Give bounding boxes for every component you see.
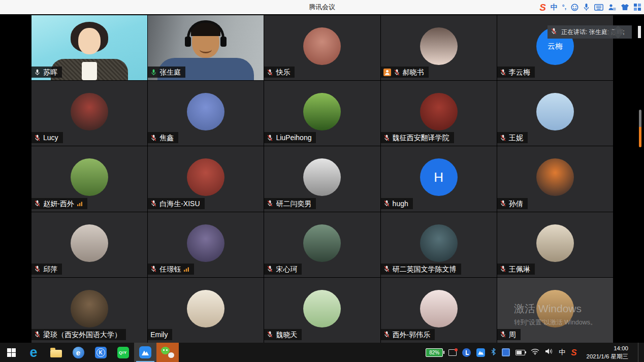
battery-percent-indicator[interactable]: 82%: [426, 348, 443, 357]
taskbar-wechat-button[interactable]: [156, 343, 179, 362]
host-badge-icon: [383, 69, 391, 76]
taskbar-browser-button[interactable]: e: [67, 343, 89, 362]
taskbar-file-explorer-button[interactable]: [45, 343, 67, 362]
voice-input-icon[interactable]: [583, 3, 590, 11]
participant-name-label: 研二闫奕男: [264, 198, 316, 209]
participant-tile[interactable]: 邱萍: [31, 212, 147, 277]
graphics-tray-icon[interactable]: [502, 348, 510, 356]
avatar: [536, 93, 574, 130]
bluetooth-icon[interactable]: [491, 348, 496, 357]
show-desktop-button[interactable]: [638, 343, 641, 362]
avatar: [71, 159, 108, 196]
muted-mic-icon: [500, 265, 506, 273]
participant-tile[interactable]: Lucy: [31, 81, 147, 146]
muted-mic-icon: [383, 200, 390, 207]
tencent-meeting-icon: [139, 346, 151, 358]
avatar-text: H: [434, 170, 443, 185]
participant-tile[interactable]: 郝晓书: [381, 15, 497, 80]
avatar: [536, 224, 574, 262]
battery-icon[interactable]: [516, 350, 525, 355]
participant-grid: 苏晖 张生庭 快乐 郝晓书云梅 李云梅 Lucy 焦鑫 LiuPeihong 魏…: [31, 15, 613, 343]
watermark-line1: 激活 Windows: [514, 302, 597, 316]
participant-name-label: 宋心珂: [264, 264, 302, 275]
mic-icon: [34, 69, 41, 76]
participant-tile[interactable]: 西外-郭伟乐: [381, 278, 497, 343]
toolbox-grid-icon[interactable]: [634, 4, 641, 11]
participant-tile[interactable]: LiuPeihong: [264, 81, 380, 146]
scrollbar-thumb[interactable]: [639, 110, 641, 127]
avatar: [187, 290, 224, 327]
taskbar-tencent-meeting-button[interactable]: [134, 343, 156, 362]
participant-name: Emily: [150, 331, 168, 339]
window-titlebar[interactable]: 腾讯会议 S 中 °,: [0, 0, 644, 15]
skin-center-icon[interactable]: [621, 4, 629, 11]
blue-clock-tray-icon[interactable]: [462, 348, 471, 357]
participant-tile[interactable]: 魏征西安翻译学院: [381, 81, 497, 146]
participant-name: Lucy: [43, 134, 58, 142]
participant-name-label: 研二英国文学陈文博: [381, 264, 461, 275]
participant-tile[interactable]: 孙倩: [497, 146, 613, 211]
participant-tile[interactable]: 宋心珂: [264, 212, 380, 277]
muted-mic-icon: [267, 69, 273, 76]
taskbar-iqiyi-button[interactable]: QIY: [112, 343, 134, 362]
participant-tile[interactable]: 王妮: [497, 81, 613, 146]
start-button[interactable]: [0, 343, 22, 362]
tencent-meeting-tray-icon[interactable]: [476, 348, 485, 357]
screen: 腾讯会议 S 中 °, 苏晖 张生庭 快乐 郝晓书云梅 李云梅: [0, 0, 644, 362]
participant-tile[interactable]: 白海生-XISU: [148, 146, 264, 211]
sogou-logo-icon[interactable]: S: [539, 3, 546, 12]
sogou-tray-icon[interactable]: S: [571, 348, 576, 357]
participant-name-label: 张生庭: [148, 67, 185, 78]
taskbar-k-app-button[interactable]: K: [89, 343, 112, 362]
avatar: [71, 224, 108, 262]
participant-name-label: 赵妍-西外: [31, 198, 87, 209]
participant-tile[interactable]: 研二英国文学陈文博: [381, 212, 497, 277]
taskbar-edge-button[interactable]: e: [22, 343, 45, 362]
soft-keyboard-icon[interactable]: [594, 4, 603, 11]
participant-name-label: 快乐: [264, 67, 295, 78]
participant-name: 王佩琳: [509, 265, 530, 273]
avatar: [303, 159, 341, 196]
muted-mic-icon: [34, 134, 41, 142]
participant-tile[interactable]: 梁琰（西安外国语大学）: [31, 278, 147, 343]
muted-mic-icon: [551, 27, 557, 37]
chinese-mode-icon[interactable]: 中: [551, 4, 558, 11]
display-notification-icon[interactable]: [448, 349, 457, 356]
system-tray: 82% 中 S 14:00 2021/1/6 星期三: [426, 343, 644, 362]
participant-name-label: 梁琰（西安外国语大学）: [31, 329, 126, 340]
muted-mic-icon: [267, 134, 273, 142]
participant-name: 苏晖: [43, 68, 57, 76]
participant-tile[interactable]: 赵妍-西外: [31, 146, 147, 211]
avatar: [420, 93, 458, 130]
avatar: [71, 93, 108, 130]
participant-tile[interactable]: 任璟钰: [148, 212, 264, 277]
punctuation-mode-icon[interactable]: °,: [562, 4, 566, 10]
wechat-icon: [161, 347, 174, 358]
participant-tile[interactable]: H hugh: [381, 146, 497, 211]
muted-mic-icon: [500, 69, 506, 76]
taskbar-clock[interactable]: 14:00 2021/1/6 星期三: [583, 344, 632, 360]
participant-tile[interactable]: 苏晖: [31, 15, 147, 80]
participant-tile[interactable]: 研二闫奕男: [264, 146, 380, 211]
participant-name-label: hugh: [381, 198, 413, 209]
emoji-picker-icon[interactable]: [571, 4, 578, 11]
participant-tile[interactable]: Emily: [148, 278, 264, 343]
participant-tile[interactable]: 王佩琳: [497, 212, 613, 277]
avatar: [420, 27, 458, 65]
avatar: [303, 93, 341, 130]
participant-tile[interactable]: 魏晓天: [264, 278, 380, 343]
sogou-ime-bar[interactable]: S 中 °,: [539, 0, 641, 14]
volume-icon[interactable]: [545, 348, 553, 357]
avatar: [420, 290, 458, 327]
participant-name-label: Lucy: [31, 132, 63, 143]
participant-tile[interactable]: 焦鑫: [148, 81, 264, 146]
grid-scrollbar[interactable]: [639, 110, 641, 147]
input-mode-indicator[interactable]: 中: [559, 348, 565, 357]
clipboard-tool-icon[interactable]: [608, 4, 616, 11]
participant-tile[interactable]: 快乐: [264, 15, 380, 80]
wifi-icon[interactable]: [531, 348, 539, 357]
scrollbar-thumb-active[interactable]: [639, 127, 641, 147]
participant-name-label: 李云梅: [497, 67, 535, 78]
participant-name-label: 周: [497, 329, 521, 340]
participant-tile[interactable]: 张生庭: [148, 15, 264, 80]
